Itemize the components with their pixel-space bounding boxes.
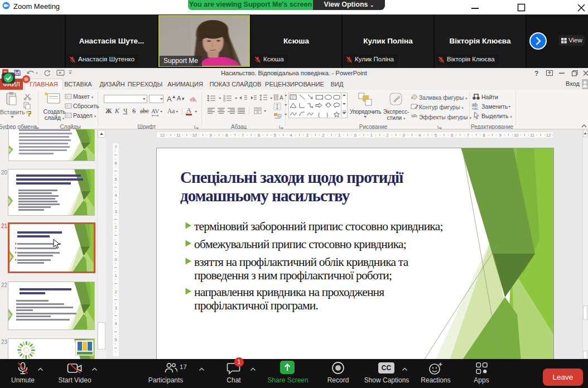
svg-text:2: 2 [322,133,324,138]
svg-text:10: 10 [514,133,518,138]
svg-text:3: 3 [402,133,404,138]
svg-text:9: 9 [209,133,211,138]
svg-text:6: 6 [451,133,453,138]
svg-text:}: } [326,111,329,118]
svg-text:3: 3 [306,133,308,138]
svg-text:1: 1 [114,241,117,246]
svg-text:2: 2 [387,133,389,138]
svg-text:0: 0 [114,257,117,262]
svg-text:час: час [472,106,479,110]
svg-text:12: 12 [160,133,165,138]
svg-text:10: 10 [192,133,197,138]
svg-text:12: 12 [546,133,551,138]
svg-text:2: 2 [114,225,117,230]
svg-text:5: 5 [114,337,117,342]
svg-text:4: 4 [290,133,292,138]
svg-text:2: 2 [114,289,117,294]
svg-text:11: 11 [176,133,181,138]
svg-text:1: 1 [114,273,117,278]
svg-text:7: 7 [114,144,117,149]
svg-text:5: 5 [274,133,276,138]
svg-text:0: 0 [354,133,356,138]
svg-text:{: { [317,111,320,118]
svg-text:7: 7 [242,133,244,138]
svg-text:8: 8 [483,133,485,138]
svg-text:5: 5 [114,177,117,182]
svg-text:6: 6 [258,133,260,138]
svg-text:6: 6 [114,161,117,166]
svg-text:A: A [193,98,196,103]
svg-text:7: 7 [467,133,469,138]
svg-text:4: 4 [114,321,117,326]
svg-text:1: 1 [370,133,373,138]
svg-text:8: 8 [225,133,228,138]
svg-text:11: 11 [530,133,534,138]
svg-text:A: A [279,95,283,101]
svg-text:9: 9 [499,133,501,138]
svg-text:5: 5 [435,133,437,138]
svg-text:4: 4 [418,133,421,138]
svg-text:?: ? [534,70,538,77]
svg-text:3: 3 [114,209,117,214]
svg-text:4: 4 [114,193,117,198]
svg-text:3: 3 [114,305,117,311]
svg-text:1: 1 [338,133,340,138]
